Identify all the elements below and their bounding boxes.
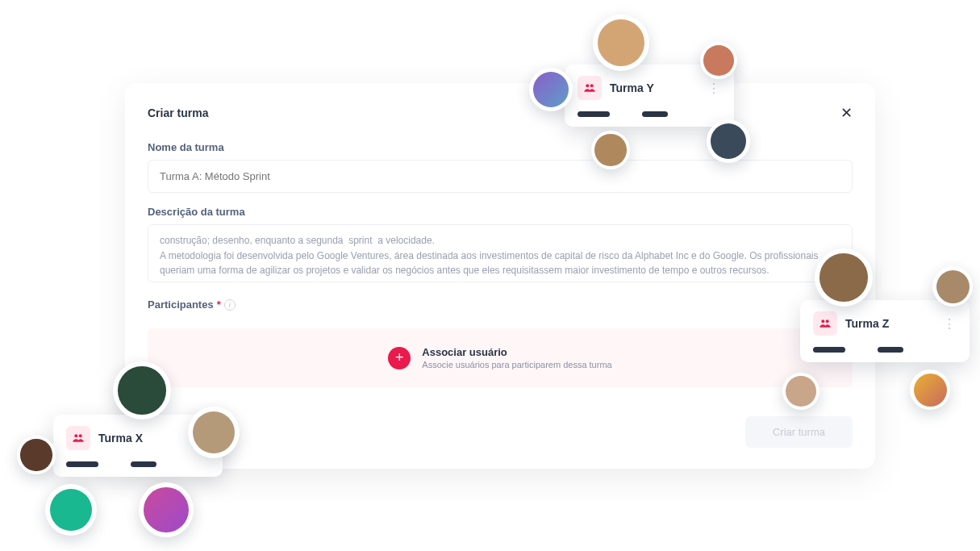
associate-title: Associar usuário [422, 346, 611, 358]
users-icon [66, 426, 90, 450]
avatar [700, 42, 737, 79]
avatar [188, 407, 240, 458]
users-icon [578, 76, 602, 100]
card-meta [813, 347, 957, 353]
svg-point-5 [79, 434, 82, 437]
name-section: Nome da turma [125, 133, 875, 198]
more-icon[interactable]: ⋮ [943, 316, 957, 332]
card-meta [578, 111, 721, 117]
associate-subtitle: Associe usuários para participarem dessa… [422, 360, 611, 369]
create-class-button[interactable]: Criar turma [745, 416, 853, 448]
avatar [139, 482, 194, 537]
participants-section: Participantes * i [125, 290, 875, 322]
avatar [782, 373, 819, 410]
required-mark: * [217, 298, 221, 311]
svg-point-1 [590, 84, 594, 87]
participants-label: Participantes [148, 298, 214, 311]
modal-header: Criar turma ✕ [125, 83, 875, 133]
card-title: Turma Y [610, 81, 654, 94]
description-section: Descrição da turma [125, 198, 875, 290]
card-title: Turma X [98, 432, 143, 445]
associate-user-panel[interactable]: + Associar usuário Associe usuários para… [148, 328, 853, 387]
svg-point-2 [821, 319, 824, 323]
info-icon[interactable]: i [224, 299, 236, 311]
avatar [529, 68, 573, 111]
more-icon[interactable]: ⋮ [707, 81, 721, 96]
svg-point-0 [586, 84, 589, 87]
description-label: Descrição da turma [148, 206, 853, 218]
card-meta [66, 461, 210, 467]
close-icon[interactable]: ✕ [840, 104, 853, 122]
avatar [45, 484, 97, 536]
avatar [591, 131, 630, 169]
associate-text: Associar usuário Associe usuários para p… [422, 346, 611, 369]
card-title: Turma Z [845, 317, 889, 330]
plus-icon: + [388, 347, 411, 369]
modal-title: Criar turma [148, 106, 208, 119]
avatar [593, 15, 649, 71]
class-card-z[interactable]: Turma Z ⋮ [800, 300, 970, 362]
class-description-input[interactable] [148, 224, 853, 282]
avatar [932, 266, 973, 307]
avatar [17, 436, 56, 474]
avatar [113, 361, 171, 420]
svg-point-4 [74, 434, 77, 437]
create-class-modal: Criar turma ✕ Nome da turma Descrição da… [125, 83, 875, 469]
svg-point-3 [826, 319, 829, 323]
class-name-input[interactable] [148, 160, 853, 193]
avatar [707, 119, 750, 163]
avatar [815, 248, 873, 307]
avatar [910, 369, 950, 410]
users-icon [813, 311, 837, 336]
